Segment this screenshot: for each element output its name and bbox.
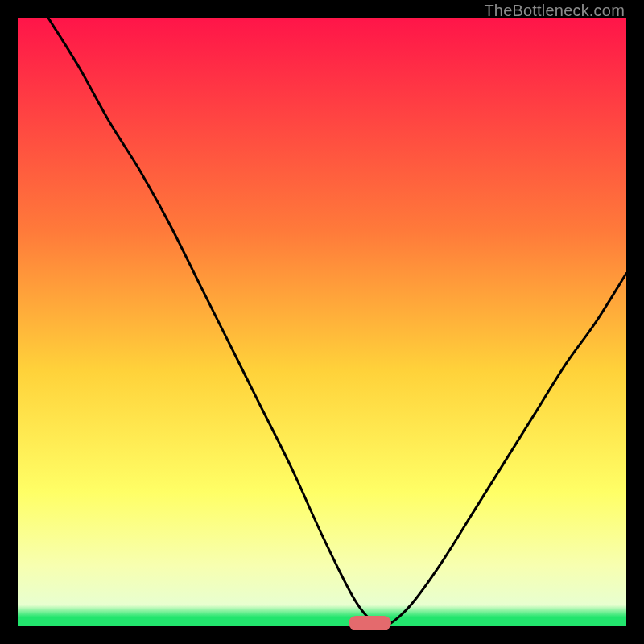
optimum-marker bbox=[349, 616, 391, 630]
curve-path bbox=[48, 18, 626, 626]
plot-area bbox=[18, 18, 626, 626]
watermark-text: TheBottleneck.com bbox=[484, 2, 625, 20]
bottleneck-curve bbox=[18, 18, 626, 626]
chart-frame bbox=[18, 18, 626, 626]
